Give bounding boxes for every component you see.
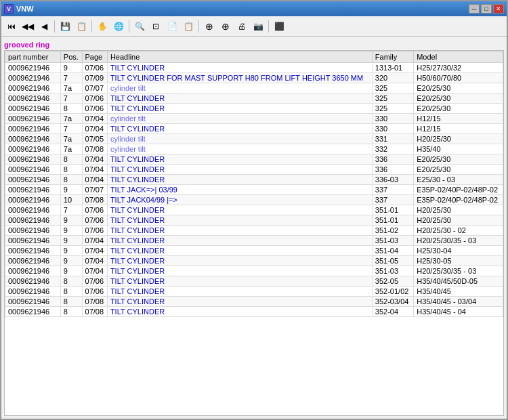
print-button[interactable]: 🖨 (234, 19, 249, 34)
cell-headline[interactable]: TILT CYLINDER (107, 246, 372, 256)
cell-headline[interactable]: TILT CYLINDER (107, 226, 372, 236)
cell-headline[interactable]: TILT CYLINDER FOR MAST SUPPORT H80 FROM … (107, 73, 372, 83)
cell-headline[interactable]: TILT CYLINDER (107, 93, 372, 104)
cell-family: 351-02 (372, 226, 413, 236)
headline-link[interactable]: TILT CYLINDER (110, 64, 165, 72)
headline-link[interactable]: TILT CYLINDER (110, 267, 165, 275)
cell-headline[interactable]: cylinder tilt (107, 134, 372, 144)
cell-headline[interactable]: TILT CYLINDER (107, 297, 372, 307)
cell-headline[interactable]: cylinder tilt (107, 114, 372, 124)
table-row[interactable]: 0009621946807/04TILT CYLINDER336-03E25/3… (5, 175, 503, 185)
cell-headline[interactable]: TILT JACK04/99 |=> (107, 195, 372, 205)
prev-prev-button[interactable]: ◀◀ (20, 19, 35, 34)
headline-link[interactable]: cylinder tilt (110, 114, 146, 123)
hand-tool-button[interactable]: ✋ (95, 19, 110, 34)
stop-button[interactable]: ⬛ (272, 19, 287, 34)
minimize-button[interactable]: ─ (469, 4, 480, 14)
headline-link[interactable]: TILT JACK04/99 |=> (110, 196, 177, 204)
table-row[interactable]: 0009621946807/08TILT CYLINDER352-03/04H3… (5, 297, 503, 307)
headline-link[interactable]: TILT CYLINDER (110, 277, 165, 285)
table-row[interactable]: 00096219467a07/05cylinder tilt331H20/25/… (5, 134, 503, 144)
headline-link[interactable]: TILT JACK=>| 03/99 (110, 186, 177, 194)
table-row[interactable]: 00096219467a07/08cylinder tilt332H35/40 (5, 144, 503, 154)
headline-link[interactable]: TILT CYLINDER (110, 297, 165, 306)
table-row[interactable]: 0009621946807/06TILT CYLINDER352-01/02H3… (5, 287, 503, 297)
cell-headline[interactable]: TILT CYLINDER (107, 307, 372, 317)
headline-link[interactable]: cylinder tilt (110, 145, 146, 153)
headline-link[interactable]: TILT CYLINDER (110, 247, 165, 255)
save-button-2[interactable]: 📋 (74, 19, 89, 34)
cell-headline[interactable]: TILT CYLINDER (107, 215, 372, 226)
cell-headline[interactable]: TILT CYLINDER (107, 63, 372, 73)
headline-link[interactable]: TILT CYLINDER (110, 236, 165, 245)
cell-family: 336 (372, 154, 413, 165)
headline-link[interactable]: TILT CYLINDER (110, 165, 165, 173)
table-row[interactable]: 0009621946807/04TILT CYLINDER336E20/25/3… (5, 154, 503, 165)
table-row[interactable]: 0009621946907/04TILT CYLINDER351-03H20/2… (5, 266, 503, 276)
close-button[interactable]: ✕ (493, 4, 504, 14)
first-button[interactable]: ⏮ (4, 19, 19, 34)
table-row[interactable]: 0009621946907/04TILT CYLINDER351-05H25/3… (5, 256, 503, 266)
headline-link[interactable]: TILT CYLINDER (110, 206, 165, 214)
headline-link[interactable]: TILT CYLINDER (110, 287, 165, 295)
cell-family: 325 (372, 104, 413, 114)
table-row[interactable]: 0009621946907/06TILT CYLINDER1313-01H25/… (5, 63, 503, 73)
table-row[interactable]: 0009621946907/04TILT CYLINDER351-03H20/2… (5, 236, 503, 246)
table-row[interactable]: 0009621946707/06TILT CYLINDER325E20/25/3… (5, 93, 503, 104)
headline-link[interactable]: TILT CYLINDER (110, 104, 165, 112)
headline-link[interactable]: TILT CYLINDER (110, 175, 165, 184)
cell-headline[interactable]: TILT CYLINDER (107, 165, 372, 175)
table-row[interactable]: 0009621946907/06TILT CYLINDER351-01H20/2… (5, 215, 503, 226)
cell-headline[interactable]: TILT CYLINDER (107, 205, 372, 215)
headline-link[interactable]: TILT CYLINDER (110, 94, 165, 102)
cell-headline[interactable]: cylinder tilt (107, 83, 372, 93)
headline-link[interactable]: TILT CYLINDER (110, 308, 165, 316)
headline-link[interactable]: TILT CYLINDER (110, 155, 165, 163)
zoom-reset-button[interactable]: ⊡ (148, 19, 163, 34)
table-row[interactable]: 0009621946907/06TILT CYLINDER351-02H20/2… (5, 226, 503, 236)
cell-page: 07/04 (82, 246, 107, 256)
cell-headline[interactable]: TILT CYLINDER (107, 104, 372, 114)
maximize-button[interactable]: □ (481, 4, 492, 14)
headline-link[interactable]: TILT CYLINDER (110, 226, 165, 234)
globe-button[interactable]: 🌐 (111, 19, 126, 34)
cell-headline[interactable]: cylinder tilt (107, 144, 372, 154)
cell-headline[interactable]: TILT CYLINDER (107, 124, 372, 134)
table-row[interactable]: 00096219467a07/07cylinder tilt325E20/25/… (5, 83, 503, 93)
cell-headline[interactable]: TILT CYLINDER (107, 175, 372, 185)
headline-link[interactable]: cylinder tilt (110, 84, 146, 92)
cell-headline[interactable]: TILT CYLINDER (107, 236, 372, 246)
headline-link[interactable]: cylinder tilt (110, 135, 146, 143)
target-button-1[interactable]: ⊕ (202, 19, 217, 34)
table-row[interactable]: 0009621946707/04TILT CYLINDER330H12/15 (5, 124, 503, 134)
page-button-1[interactable]: 📄 (165, 19, 179, 34)
save-button-1[interactable]: 💾 (58, 19, 72, 34)
page-button-2[interactable]: 📋 (181, 19, 196, 34)
table-row[interactable]: 00096219461007/08TILT JACK04/99 |=>337E3… (5, 195, 503, 205)
target-button-2[interactable]: ⊕ (218, 19, 233, 34)
camera-button[interactable]: 📷 (251, 19, 266, 34)
table-row[interactable]: 0009621946807/08TILT CYLINDER352-04H35/4… (5, 307, 503, 317)
table-row[interactable]: 0009621946907/04TILT CYLINDER351-04H25/3… (5, 246, 503, 256)
results-table-container[interactable]: part number Pos. Page Headline Family Mo… (4, 50, 504, 416)
cell-headline[interactable]: TILT CYLINDER (107, 154, 372, 165)
headline-link[interactable]: TILT CYLINDER FOR MAST SUPPORT H80 FROM … (110, 74, 363, 82)
cell-headline[interactable]: TILT CYLINDER (107, 266, 372, 276)
table-row[interactable]: 0009621946707/06TILT CYLINDER351-01H20/2… (5, 205, 503, 215)
table-row[interactable]: 0009621946807/04TILT CYLINDER336E20/25/3… (5, 165, 503, 175)
headline-link[interactable]: TILT CYLINDER (110, 216, 165, 224)
table-row[interactable]: 00096219467a07/04cylinder tilt330H12/15 (5, 114, 503, 124)
col-header-partnum: part number (5, 51, 61, 63)
zoom-in-button[interactable]: 🔍 (132, 19, 147, 34)
cell-headline[interactable]: TILT CYLINDER (107, 287, 372, 297)
table-row[interactable]: 0009621946707/09TILT CYLINDER FOR MAST S… (5, 73, 503, 83)
headline-link[interactable]: TILT CYLINDER (110, 125, 165, 133)
cell-headline[interactable]: TILT JACK=>| 03/99 (107, 185, 372, 195)
headline-link[interactable]: TILT CYLINDER (110, 257, 165, 265)
table-row[interactable]: 0009621946907/07TILT JACK=>| 03/99337E35… (5, 185, 503, 195)
cell-headline[interactable]: TILT CYLINDER (107, 256, 372, 266)
cell-headline[interactable]: TILT CYLINDER (107, 276, 372, 287)
prev-button[interactable]: ◀ (37, 19, 51, 34)
table-row[interactable]: 0009621946807/06TILT CYLINDER352-05H35/4… (5, 276, 503, 287)
table-row[interactable]: 0009621946807/06TILT CYLINDER325E20/25/3… (5, 104, 503, 114)
